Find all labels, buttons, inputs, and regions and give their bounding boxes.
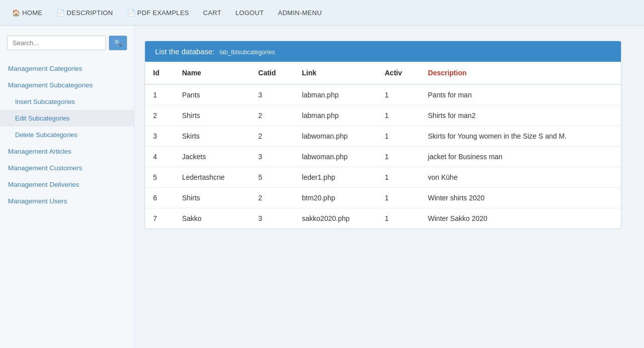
- search-input[interactable]: [7, 36, 106, 50]
- cell-catid: 2: [250, 105, 294, 126]
- cell-description: Shirts for man2: [420, 105, 621, 126]
- cell-catid: 3: [250, 84, 294, 105]
- table-header-label: List the database:: [155, 47, 214, 56]
- nav-item-home[interactable]: 🏠HOME: [5, 0, 50, 26]
- cell-catid: 5: [250, 167, 294, 188]
- cell-description: Skirts for Young women in the Size S and…: [420, 126, 621, 147]
- sidebar-menu-item[interactable]: Insert Subcategories: [0, 93, 134, 110]
- cell-link: labwoman.php: [294, 126, 377, 147]
- layout: 🔍 Management CategoriesManagement Subcat…: [0, 26, 644, 348]
- nav-item-logout[interactable]: LOGOUT: [228, 0, 271, 26]
- cell-link: sakko2020.php: [294, 208, 377, 229]
- sidebar-menu-item[interactable]: Delete Subcategories: [0, 127, 134, 143]
- cell-catid: 2: [250, 188, 294, 208]
- table-db-name: lab_tblsubcategories: [220, 49, 275, 56]
- cell-id: 4: [145, 147, 174, 167]
- col-header-activ: Activ: [376, 62, 420, 84]
- cell-catid: 3: [250, 208, 294, 229]
- nav-item-cart[interactable]: CART: [196, 0, 228, 26]
- table-body: 1Pants3labman.php1Pants for man2Shirts2l…: [145, 84, 621, 228]
- nav-item-pdf-examples[interactable]: 📄PDF EXAMPLES: [120, 0, 196, 26]
- cell-id: 7: [145, 208, 174, 229]
- cell-name: Ledertashcne: [174, 167, 250, 188]
- cell-description: jacket for Business man: [420, 147, 621, 167]
- table-row: 7Sakko3sakko2020.php1Winter Sakko 2020: [145, 208, 621, 229]
- table-row: 3Skirts2labwoman.php1Skirts for Young wo…: [145, 126, 621, 147]
- col-header-catid: Catid: [250, 62, 294, 84]
- col-header-link: Link: [294, 62, 377, 84]
- sidebar-menu-item[interactable]: Management Customers: [0, 160, 134, 176]
- cell-link: btm20.php: [294, 188, 377, 208]
- cell-name: Sakko: [174, 208, 250, 229]
- col-header-id: Id: [145, 62, 174, 84]
- table-row: 5Ledertashcne5leder1.php1von Kühe: [145, 167, 621, 188]
- cell-id: 5: [145, 167, 174, 188]
- cell-name: Jackets: [174, 147, 250, 167]
- cell-name: Skirts: [174, 126, 250, 147]
- search-area: 🔍: [0, 36, 134, 60]
- table-row: 4Jackets3labwoman.php1jacket for Busines…: [145, 147, 621, 167]
- nav-label: PDF EXAMPLES: [137, 9, 189, 17]
- sidebar-menu-item[interactable]: Management Subcategories: [0, 77, 134, 93]
- nav-label: DESCRIPTION: [67, 9, 113, 17]
- nav-item-description[interactable]: 📄DESCRIPTION: [50, 0, 120, 26]
- cell-id: 1: [145, 84, 174, 105]
- cell-description: Winter Sakko 2020: [420, 208, 621, 229]
- cell-description: Pants for man: [420, 84, 621, 105]
- main-content: List the database: lab_tblsubcategories …: [135, 26, 644, 348]
- cell-id: 6: [145, 188, 174, 208]
- cell-activ: 1: [376, 105, 420, 126]
- sidebar-menu-item[interactable]: Management Articles: [0, 143, 134, 160]
- nav-label: CART: [203, 9, 221, 17]
- table-row: 6Shirts2btm20.php1Winter shirts 2020: [145, 188, 621, 208]
- nav-label: HOME: [22, 9, 42, 17]
- cell-link: leder1.php: [294, 167, 377, 188]
- cell-link: labman.php: [294, 84, 377, 105]
- cell-link: labwoman.php: [294, 147, 377, 167]
- cell-catid: 3: [250, 147, 294, 167]
- cell-name: Shirts: [174, 105, 250, 126]
- table-header: List the database: lab_tblsubcategories: [145, 41, 621, 62]
- sidebar-menu-item[interactable]: Management Deliveries: [0, 176, 134, 193]
- cell-activ: 1: [376, 84, 420, 105]
- cell-description: von Kühe: [420, 167, 621, 188]
- cell-activ: 1: [376, 126, 420, 147]
- cell-id: 3: [145, 126, 174, 147]
- search-button[interactable]: 🔍: [109, 36, 127, 50]
- cell-catid: 2: [250, 126, 294, 147]
- nav-icon: 📄: [57, 9, 65, 17]
- table-head: IdNameCatidLinkActivDescription: [145, 62, 621, 84]
- cell-activ: 1: [376, 208, 420, 229]
- sidebar-menu-item[interactable]: Management Users: [0, 193, 134, 209]
- sidebar: 🔍 Management CategoriesManagement Subcat…: [0, 26, 135, 348]
- table-card: List the database: lab_tblsubcategories …: [145, 41, 621, 229]
- sidebar-menu-item[interactable]: Edit Subcategories: [0, 110, 134, 127]
- table-row: 1Pants3labman.php1Pants for man: [145, 84, 621, 105]
- nav-label: ADMIN-MENU: [278, 9, 322, 17]
- sidebar-menu: Management CategoriesManagement Subcateg…: [0, 60, 134, 209]
- cell-activ: 1: [376, 167, 420, 188]
- cell-name: Shirts: [174, 188, 250, 208]
- cell-id: 2: [145, 105, 174, 126]
- nav-icon: 📄: [127, 9, 135, 17]
- nav-item-admin-menu[interactable]: ADMIN-MENU: [271, 0, 329, 26]
- table-header-row: IdNameCatidLinkActivDescription: [145, 62, 621, 84]
- sidebar-menu-item[interactable]: Management Categories: [0, 60, 134, 77]
- table-row: 2Shirts2labman.php1Shirts for man2: [145, 105, 621, 126]
- cell-link: labman.php: [294, 105, 377, 126]
- nav-icon: 🏠: [12, 9, 20, 17]
- cell-activ: 1: [376, 147, 420, 167]
- col-header-name: Name: [174, 62, 250, 84]
- navbar: 🏠HOME📄DESCRIPTION📄PDF EXAMPLESCARTLOGOUT…: [0, 0, 644, 26]
- cell-description: Winter shirts 2020: [420, 188, 621, 208]
- cell-activ: 1: [376, 188, 420, 208]
- cell-name: Pants: [174, 84, 250, 105]
- data-table: IdNameCatidLinkActivDescription 1Pants3l…: [145, 62, 621, 228]
- nav-label: LOGOUT: [235, 9, 264, 17]
- col-header-description: Description: [420, 62, 621, 84]
